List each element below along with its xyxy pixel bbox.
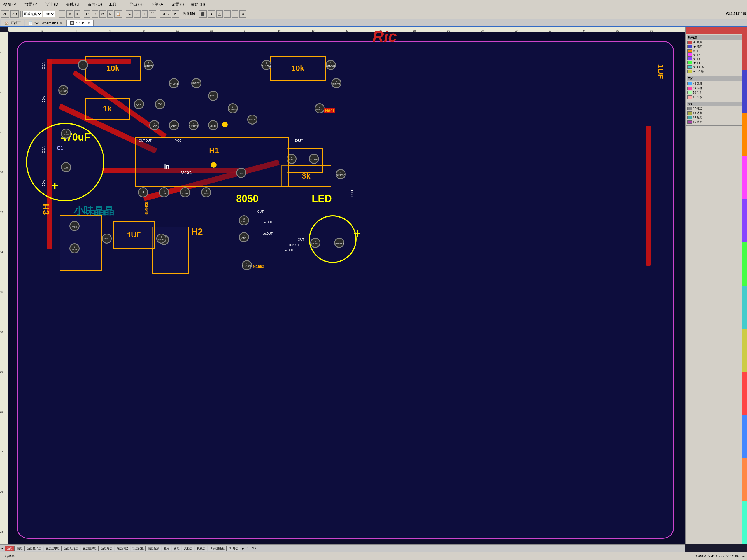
pad-ic-3out: 3OUT — [169, 120, 179, 130]
btn-redo[interactable]: ↪ — [92, 10, 98, 18]
btn-layer2[interactable]: ▲ — [208, 10, 215, 18]
layer-row-13[interactable]: 👁 13 μ — [687, 57, 746, 61]
layer-row-56[interactable]: 👁 56 飞 — [687, 65, 746, 69]
ruler-left-mark: 24 — [0, 450, 3, 453]
menu-settings[interactable]: 设置 (I) — [170, 1, 185, 7]
tab-pcb-close[interactable]: ✕ — [88, 22, 90, 25]
layer-tab-bottom-match[interactable]: 底层配板 — [146, 546, 161, 551]
layer-row-top[interactable]: 👁 顶层 — [687, 40, 746, 45]
sep7 — [197, 11, 197, 17]
swatch-3d — [687, 107, 692, 110]
menu-design[interactable]: 设计 (D) — [44, 1, 60, 7]
layer-row-54[interactable]: 54 顶层 — [687, 115, 746, 120]
layer-nav-3d2[interactable]: 3D — [252, 547, 256, 550]
btn-drc-flag[interactable]: ⚑ — [172, 10, 179, 18]
btn-drc[interactable]: DRC — [160, 10, 171, 18]
layer-row-11[interactable]: 👁 11 — [687, 49, 746, 53]
btn-origin[interactable]: ⌖ — [74, 10, 80, 18]
layer-tab-bottom-silk[interactable]: 底层丝印层 — [44, 546, 61, 551]
layer-row-57[interactable]: 👁 57 层 — [687, 69, 746, 74]
swatch-48 — [687, 82, 692, 85]
layer-tab-multi[interactable]: 多层 — [172, 546, 181, 551]
ruler-top-mark: 30 — [515, 29, 518, 32]
menu-export[interactable]: 导出 (R) — [128, 1, 145, 7]
btn-3d[interactable]: 3D — [10, 10, 19, 18]
layer-label-12: 12 — [697, 53, 700, 57]
tab-pcb[interactable]: 🔲 *PCB1 ✕ — [67, 20, 94, 26]
layer-row-50[interactable]: 50 引脚 — [687, 90, 746, 95]
menu-help[interactable]: 帮助 (H) — [190, 1, 206, 7]
btn-text[interactable]: T — [142, 10, 148, 18]
btn-undo[interactable]: ↩ — [84, 10, 91, 18]
layer-row-51[interactable]: 51 引脚 — [687, 95, 746, 99]
layer-tab-bottom[interactable]: 底层 — [15, 546, 25, 551]
menu-place[interactable]: 放置 (P) — [23, 1, 40, 7]
tab-schematic[interactable]: 📄 *P1.Schematic1 ✕ — [25, 20, 66, 26]
pad-8050-3gnd: 3GND — [239, 215, 249, 225]
btn-grid[interactable]: ⊞ — [58, 10, 65, 18]
zoom-select[interactable]: 正常完度 适合窗口 — [22, 11, 42, 17]
btn-arrow[interactable]: ↗ — [134, 10, 140, 18]
tab-schematic-close[interactable]: ✕ — [60, 22, 62, 25]
layer-tab-top-paste[interactable]: 顶层焊层 — [99, 546, 114, 551]
sep5 — [158, 11, 158, 17]
btn-layer6[interactable]: ⚙ — [239, 10, 247, 18]
nav-prev[interactable]: ◀ — [1, 547, 3, 550]
pad-1n546-1: 2$1N546 — [58, 85, 68, 95]
btn-curve[interactable]: ⌒ — [149, 10, 156, 18]
layer-nav-3d[interactable]: 3D — [247, 547, 251, 550]
layer-tab-doc[interactable]: 文档层 — [182, 546, 195, 551]
layer-tab-top[interactable]: 顶层 — [5, 546, 15, 551]
menu-bar: 视图 (V) 放置 (P) 设计 (D) 布线 (U) 布局 (O) 工具 (T… — [0, 0, 747, 9]
btn-cut[interactable]: ✂ — [99, 10, 106, 18]
menu-view[interactable]: 视图 (V) — [2, 1, 19, 7]
pad-1n801-2: 2$1N801 — [314, 103, 325, 113]
tab-start-label: 开始页 — [11, 21, 21, 25]
btn-layer5[interactable]: ⊞ — [232, 10, 238, 18]
layer-tab-bottom-paste[interactable]: 底层焊层 — [115, 546, 130, 551]
label-led: LED — [312, 193, 332, 205]
unit-select[interactable]: mm mil — [43, 11, 55, 17]
layer-tab-3d-outer[interactable]: 3D外层 — [227, 546, 240, 551]
ruler-top-mark: 6 — [109, 29, 111, 32]
layer-tab-outline[interactable]: 板框 — [162, 546, 172, 551]
layer-tab-3d-outline[interactable]: 3D外观边框 — [208, 546, 227, 551]
menu-tools[interactable]: 工具 (T) — [107, 1, 124, 7]
layer-tab-mech[interactable]: 机械层 — [195, 546, 207, 551]
layer-row-49[interactable]: 49 元件 — [687, 86, 746, 90]
btn-layer4[interactable]: ⊡ — [224, 10, 231, 18]
nav-next[interactable]: ▶ — [242, 547, 244, 550]
ruler-top-mark: 2 — [42, 29, 43, 32]
net-8050-out3: outOUT — [263, 232, 273, 235]
layer-row-48[interactable]: 48 元件 — [687, 81, 746, 86]
layer-row-12[interactable]: 👁 12 — [687, 53, 746, 57]
layer-tab-bottom-mask[interactable]: 底层阻焊层 — [81, 546, 99, 551]
btn-layer3[interactable]: △ — [216, 10, 223, 18]
net-1n546-label: $1N546 — [145, 202, 149, 215]
layer-tab-top-match[interactable]: 顶层配板 — [130, 546, 146, 551]
layer-row-53[interactable]: 53 边框 — [687, 111, 746, 115]
layer-row-bottom[interactable]: 👁 底层 — [687, 45, 746, 49]
btn-snap[interactable]: ⊕ — [67, 10, 73, 18]
ruler-left-mark: 8 — [0, 131, 1, 134]
pad-h3-1gnd: 1GND — [70, 243, 80, 254]
ref-c1: C1 — [57, 145, 63, 151]
layer-tab-top-mask[interactable]: 顶层阻焊层 — [62, 546, 80, 551]
pad-6n546: 6N5 — [159, 187, 169, 197]
pcb-canvas[interactable]: VCC VCC VCC VCC 10k 1 1$1N774 10k 1$1N77… — [8, 32, 686, 544]
menu-order[interactable]: 下单 (A) — [149, 1, 166, 7]
btn-copy[interactable]: ⎘ — [107, 10, 113, 18]
layer-tab-top-silk[interactable]: 顶层丝印层 — [25, 546, 43, 551]
layer-row-55[interactable]: 55 底层 — [687, 120, 746, 124]
tab-start[interactable]: 🏠 开始页 — [1, 20, 24, 26]
btn-paste[interactable]: 📋 — [114, 10, 122, 18]
menu-route[interactable]: 布线 (U) — [65, 1, 81, 7]
sep6 — [181, 11, 181, 17]
btn-layer1[interactable]: ⬛ — [199, 10, 207, 18]
layer-row-3d[interactable]: 3D外观 — [687, 106, 746, 111]
menu-layout[interactable]: 布局 (O) — [86, 1, 103, 7]
btn-wire[interactable]: ∿ — [126, 10, 133, 18]
btn-2d[interactable]: 2D — [1, 10, 9, 18]
pad-led-1n1552: 1$1N1552 — [310, 238, 320, 248]
layer-row-14[interactable]: 👁 14 — [687, 61, 746, 65]
